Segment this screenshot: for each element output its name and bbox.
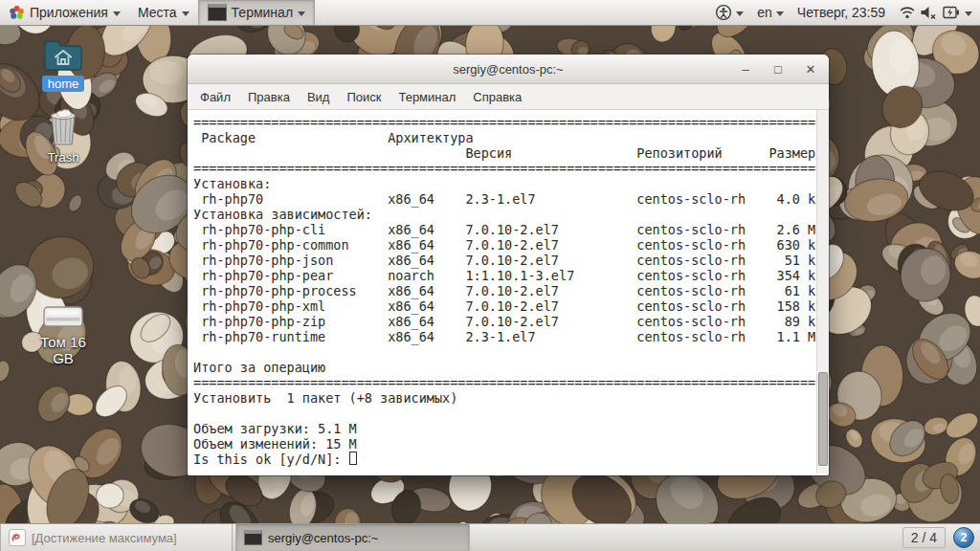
battery-charging-icon[interactable] — [942, 5, 961, 20]
chevron-down-icon — [776, 11, 784, 16]
menu-help[interactable]: Справка — [464, 86, 530, 108]
terminal-window-icon — [208, 4, 227, 21]
terminal-output[interactable]: ========================================… — [188, 110, 829, 474]
clock[interactable]: Четверг, 23:59 — [797, 5, 885, 20]
terminal-window-icon — [244, 530, 262, 545]
workspace-switcher-badge[interactable]: 2 — [953, 527, 974, 548]
trash-icon — [46, 107, 80, 147]
menu-file[interactable]: Файл — [191, 86, 239, 108]
keyboard-layout-label: en — [757, 5, 772, 20]
terminal-cursor — [349, 452, 357, 465]
menu-search[interactable]: Поиск — [338, 86, 390, 108]
maximize-button[interactable]: □ — [771, 63, 785, 76]
desktop: Приложения Места Терминал en — [0, 0, 980, 551]
chevron-down-icon[interactable] — [965, 11, 972, 16]
minimize-button[interactable]: – — [739, 63, 752, 76]
wifi-icon[interactable] — [899, 5, 916, 20]
app-icon — [9, 529, 26, 546]
keyboard-layout-menu[interactable]: en — [757, 5, 784, 20]
desktop-icon-volume[interactable]: Том 16 GB — [29, 304, 98, 366]
scrollbar-thumb[interactable] — [818, 372, 828, 467]
titlebar[interactable]: sergiy@centos-pc:~ – □ ✕ — [188, 55, 829, 84]
chevron-down-icon — [298, 11, 305, 16]
close-button[interactable]: ✕ — [804, 63, 817, 76]
icon-label-trash: Trash — [48, 150, 79, 165]
drive-icon — [41, 304, 85, 331]
terminal-window: sergiy@centos-pc:~ – □ ✕ Файл Правка Вид… — [188, 55, 829, 475]
home-folder-icon — [43, 38, 83, 73]
terminal-text: ========================================… — [188, 110, 829, 467]
scrollbar[interactable] — [816, 110, 829, 474]
panel-status-area: en Четверг, 23:59 — [715, 0, 980, 25]
taskbar-window-achievement[interactable]: [Достижение максимума] — [0, 524, 233, 551]
places-label: Места — [138, 5, 177, 20]
taskbar: [Достижение максимума] sergiy@centos-pc:… — [0, 523, 980, 551]
active-window-menu[interactable]: Терминал — [198, 0, 315, 25]
chevron-down-icon — [113, 11, 121, 16]
volume-muted-icon[interactable] — [920, 5, 938, 20]
top-panel: Приложения Места Терминал en — [0, 0, 980, 26]
places-menu[interactable]: Места — [129, 0, 198, 25]
chevron-down-icon — [182, 11, 189, 16]
icon-label-volume: Том 16 GB — [29, 334, 98, 366]
menubar: Файл Правка Вид Поиск Терминал Справка — [188, 84, 829, 110]
window-title: sergiy@centos-pc:~ — [188, 62, 829, 77]
applications-label: Приложения — [30, 5, 108, 20]
icon-label-home: home — [42, 76, 85, 92]
taskbar-right: 2 / 4 2 — [902, 524, 980, 551]
accessibility-icon — [715, 4, 732, 21]
taskbar-window-label: sergiy@centos-pc:~ — [268, 531, 378, 545]
applications-menu[interactable]: Приложения — [0, 0, 129, 25]
menu-terminal[interactable]: Терминал — [390, 86, 464, 108]
workspace-indicator[interactable]: 2 / 4 — [902, 527, 946, 548]
chevron-down-icon — [736, 11, 744, 16]
taskbar-window-label: [Достижение максимума] — [32, 531, 177, 545]
taskbar-window-terminal[interactable]: sergiy@centos-pc:~ — [235, 524, 470, 551]
desktop-icon-home[interactable]: home — [29, 38, 98, 92]
desktop-icon-trash[interactable]: Trash — [29, 107, 98, 165]
active-window-label: Терминал — [232, 5, 293, 20]
menu-edit[interactable]: Правка — [239, 86, 299, 108]
menu-view[interactable]: Вид — [299, 86, 339, 108]
applications-icon — [9, 5, 25, 21]
accessibility-menu[interactable] — [715, 4, 744, 21]
